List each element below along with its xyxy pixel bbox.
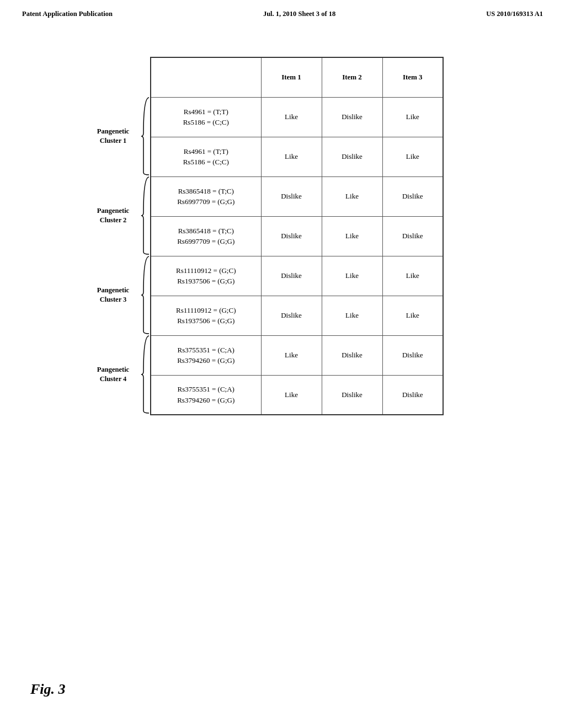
value-cell-3-1-item2: Dislike — [322, 375, 382, 415]
value-cell-0-1-item1: Like — [261, 137, 322, 176]
value-cell-3-1-item3: Dislike — [382, 375, 443, 415]
header-right: US 2010/169313 A1 — [486, 10, 543, 18]
value-cell-3-0-item2: Dislike — [322, 335, 382, 375]
cluster-name-1: PangeneticCluster 2 — [88, 206, 138, 226]
value-cell-2-0-item1: Dislike — [261, 256, 322, 296]
table-row: Rs4961 = (T;T)Rs5186 = (C;C)LikeDislikeL… — [151, 137, 443, 176]
cluster-item-2: PangeneticCluster 3 — [88, 255, 150, 335]
table-header-item-2: Item 2 — [322, 57, 382, 97]
brace-svg-3 — [140, 335, 150, 414]
table-row: Rs3755351 = (C;A)Rs3794260 = (G;G)LikeDi… — [151, 335, 443, 375]
cluster-name-3: PangeneticCluster 4 — [88, 365, 138, 384]
desc-cell-1-1: Rs3865418 = (T;C)Rs6997709 = (G;G) — [151, 216, 261, 256]
table-header-item-1: Item 1 — [261, 57, 322, 97]
clusters-column: PangeneticCluster 1PangeneticCluster 2Pa… — [88, 57, 150, 414]
table-row: Rs3865418 = (T;C)Rs6997709 = (G;G)Dislik… — [151, 216, 443, 256]
data-table: Item 1Item 2Item 3Rs4961 = (T;T)Rs5186 =… — [150, 57, 444, 415]
cluster-item-1: PangeneticCluster 2 — [88, 176, 150, 255]
table-row: Rs4961 = (T;T)Rs5186 = (C;C)LikeDislikeL… — [151, 97, 443, 137]
table-row: Rs3865418 = (T;C)Rs6997709 = (G;G)Dislik… — [151, 176, 443, 216]
brace-svg-0 — [140, 97, 150, 176]
desc-cell-0-1: Rs4961 = (T;T)Rs5186 = (C;C) — [151, 137, 261, 176]
figure-area: PangeneticCluster 1PangeneticCluster 2Pa… — [88, 57, 444, 415]
header-left: Patent Application Publication — [22, 10, 113, 18]
main-content: PangeneticCluster 1PangeneticCluster 2Pa… — [0, 24, 565, 415]
value-cell-2-1-item3: Like — [382, 296, 443, 335]
cluster-item-0: PangeneticCluster 1 — [88, 97, 150, 176]
value-cell-2-1-item1: Dislike — [261, 296, 322, 335]
value-cell-1-0-item3: Dislike — [382, 176, 443, 216]
desc-cell-3-0: Rs3755351 = (C;A)Rs3794260 = (G;G) — [151, 335, 261, 375]
value-cell-0-1-item2: Dislike — [322, 137, 382, 176]
value-cell-1-1-item1: Dislike — [261, 216, 322, 256]
cluster-name-0: PangeneticCluster 1 — [88, 127, 138, 146]
value-cell-2-0-item3: Like — [382, 256, 443, 296]
fig-label: Fig. 3 — [30, 681, 66, 698]
cluster-item-3: PangeneticCluster 4 — [88, 335, 150, 414]
header-center: Jul. 1, 2010 Sheet 3 of 18 — [263, 10, 335, 18]
value-cell-0-0-item3: Like — [382, 97, 443, 137]
value-cell-0-0-item2: Dislike — [322, 97, 382, 137]
value-cell-0-1-item3: Like — [382, 137, 443, 176]
value-cell-1-1-item3: Dislike — [382, 216, 443, 256]
page-header: Patent Application Publication Jul. 1, 2… — [0, 0, 565, 24]
value-cell-3-0-item3: Dislike — [382, 335, 443, 375]
desc-cell-1-0: Rs3865418 = (T;C)Rs6997709 = (G;G) — [151, 176, 261, 216]
value-cell-1-0-item2: Like — [322, 176, 382, 216]
value-cell-3-0-item1: Like — [261, 335, 322, 375]
brace-svg-2 — [140, 255, 150, 335]
table-row: Rs11110912 = (G;C)Rs1937506 = (G;G)Disli… — [151, 296, 443, 335]
value-cell-0-0-item1: Like — [261, 97, 322, 137]
value-cell-3-1-item1: Like — [261, 375, 322, 415]
value-cell-2-1-item2: Like — [322, 296, 382, 335]
value-cell-2-0-item2: Like — [322, 256, 382, 296]
desc-cell-0-0: Rs4961 = (T;T)Rs5186 = (C;C) — [151, 97, 261, 137]
table-header-item-3: Item 3 — [382, 57, 443, 97]
desc-cell-3-1: Rs3755351 = (C;A)Rs3794260 = (G;G) — [151, 375, 261, 415]
table-row: Rs11110912 = (G;C)Rs1937506 = (G;G)Disli… — [151, 256, 443, 296]
desc-cell-2-0: Rs11110912 = (G;C)Rs1937506 = (G;G) — [151, 256, 261, 296]
cluster-name-2: PangeneticCluster 3 — [88, 286, 138, 305]
desc-cell-2-1: Rs11110912 = (G;C)Rs1937506 = (G;G) — [151, 296, 261, 335]
table-row: Rs3755351 = (C;A)Rs3794260 = (G;G)LikeDi… — [151, 375, 443, 415]
value-cell-1-0-item1: Dislike — [261, 176, 322, 216]
table-header-desc — [151, 57, 261, 97]
value-cell-1-1-item2: Like — [322, 216, 382, 256]
brace-svg-1 — [140, 176, 150, 255]
